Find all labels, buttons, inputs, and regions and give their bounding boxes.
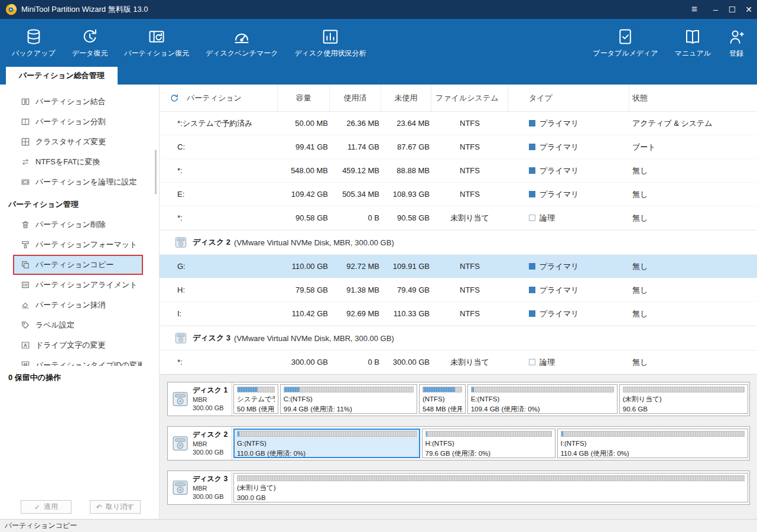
sidebar-item-align[interactable]: パーティションアライメント (13, 275, 143, 295)
usage-bar (561, 431, 745, 437)
sidebar-item-split[interactable]: パーティション分割 (13, 112, 143, 132)
column-header-label: タイプ (529, 93, 553, 103)
partition-table-header: パーティション 容量 使用済 未使用 ファイルシステム タイプ 状態 (160, 85, 757, 112)
title-bar: MiniTool Partition Wizard 無料版 13.0 ≡–☐✕ (0, 0, 757, 19)
toolbar-item-bootable-media[interactable]: ブータブルメディア (584, 19, 666, 67)
register-icon (727, 28, 745, 46)
backup-icon (25, 28, 43, 46)
disk-info-cell[interactable]: ディスク 3 MBR 300.00 GB (168, 471, 232, 504)
diskmap-partition-block[interactable]: C:(NTFS) 99.4 GB (使用済: 11%) (280, 384, 417, 414)
toolbar-item-register[interactable]: 登録 (719, 19, 753, 67)
app-window: MiniTool Partition Wizard 無料版 13.0 ≡–☐✕ … (0, 0, 757, 532)
column-header-type: タイプ (508, 85, 629, 111)
maximize-button[interactable]: ☐ (724, 0, 740, 19)
menu-icon: ≡ (691, 4, 697, 15)
table-row[interactable]: E: 109.42 GB 505.34 MB 108.93 GB NTFS プラ… (160, 183, 757, 206)
disk-info-cell[interactable]: ディスク 2 MBR 300.00 GB (168, 427, 232, 460)
toolbar-item-label: パーティション復元 (124, 48, 189, 59)
toolbar-item-partition-recovery[interactable]: パーティション復元 (116, 19, 197, 67)
disk-group-name: ディスク 3 (193, 333, 230, 343)
window-controls: ≡–☐✕ (686, 0, 757, 19)
table-row[interactable]: *: 548.00 MB 459.12 MB 88.88 MB NTFS プライ… (160, 159, 757, 183)
table-row[interactable]: *: 90.58 GB 0 B 90.58 GB 未割り当て 論理 無し (160, 206, 757, 230)
sidebar-item-label[interactable]: ラベル設定 (13, 315, 143, 335)
disk-group-info: (VMware Virtual NVMe Disk, MBR, 300.00 G… (234, 334, 394, 343)
sidebar-item-letter[interactable]: ドライブ文字の変更 (13, 335, 143, 355)
toolbar-item-manual[interactable]: マニュアル (667, 19, 719, 67)
capacity-value: 109.42 GB (291, 190, 328, 199)
toolbar-item-label: ディスクベンチマーク (206, 48, 278, 59)
column-header-cap: 容量 (278, 85, 330, 111)
sidebar-item-label: パーティション結合 (35, 96, 106, 107)
partition-label: (未割り当て) (237, 483, 745, 493)
refresh-icon[interactable] (170, 93, 179, 103)
apply-button[interactable]: ✓ 適用 (21, 500, 72, 514)
sidebar-scrollbar[interactable] (155, 150, 157, 194)
sidebar-item-delete[interactable]: パーティション削除 (13, 215, 143, 235)
partition-name: *:システムで予約済み (177, 118, 253, 129)
table-row[interactable]: H: 79.58 GB 91.38 MB 79.49 GB NTFS プライマリ… (160, 278, 757, 302)
table-row[interactable]: *:システムで予約済み 50.00 MB 26.36 MB 23.64 MB N… (160, 112, 757, 135)
disk-icon (171, 479, 189, 497)
toolbar-item-backup[interactable]: バックアップ (4, 19, 64, 67)
filesystem-value: 未割り当て (450, 213, 489, 223)
partition-type-square (529, 263, 535, 270)
disk-group-row[interactable]: ディスク 2 (VMware Virtual NVMe Disk, MBR, 3… (160, 230, 757, 255)
sidebar-item-logical[interactable]: パーティションを論理に設定 (13, 172, 143, 192)
toolbar-item-label: バックアップ (12, 48, 56, 59)
partition-size-label: 50 MB (使用: (237, 404, 275, 414)
filesystem-value: NTFS (460, 286, 480, 294)
sidebar-item-format[interactable]: パーティションフォーマット (13, 235, 143, 255)
letter-icon (21, 340, 30, 350)
diskmap-partition-block[interactable]: (NTFS) 548 MB (使用 (419, 384, 466, 414)
table-row[interactable]: C: 99.41 GB 11.74 GB 87.67 GB NTFS プライマリ… (160, 135, 757, 159)
sidebar-item-id[interactable]: パーティションタイプIDの変更 (13, 355, 143, 366)
disk-info-cell[interactable]: ディスク 1 MBR 300.00 GB (168, 382, 232, 416)
partition-type-square (529, 191, 535, 197)
unused-value: 108.93 GB (393, 190, 430, 199)
diskmap-partition-block[interactable]: I:(NTFS) 110.4 GB (使用済: 0%) (557, 429, 749, 458)
partition-label: G:(NTFS) (237, 439, 417, 449)
partition-label: E:(NTFS) (471, 394, 614, 404)
sidebar-item-label: パーティションフォーマット (35, 239, 137, 250)
filesystem-value: 未割り当て (450, 357, 489, 368)
toolbar-item-data-recovery[interactable]: データ復元 (64, 19, 116, 67)
tab-partition-management[interactable]: パーティション総合管理 (6, 67, 118, 85)
diskmap-partition-block[interactable]: (未割り当て) 90.6 GB (619, 384, 748, 414)
sidebar-item-cluster[interactable]: クラスタサイズ変更 (13, 132, 143, 152)
unused-value: 87.67 GB (397, 142, 430, 151)
status-value: ブート (632, 142, 656, 153)
toolbar-item-disk-analyzer[interactable]: ディスク使用状況分析 (286, 19, 374, 67)
diskmap-partition-block[interactable]: システムで予約 50 MB (使用: (233, 384, 278, 414)
diskmap-partition-block[interactable]: E:(NTFS) 109.4 GB (使用済: 0%) (467, 384, 618, 414)
used-value: 26.36 MB (346, 119, 379, 128)
sidebar-item-label: パーティションを論理に設定 (35, 177, 137, 187)
sidebar-item-wipe[interactable]: パーティション抹消 (13, 295, 143, 315)
sidebar-item-convert[interactable]: NTFSをFATに変換 (13, 152, 143, 172)
sidebar-buttons: ✓ 適用 ↶ 取り消す (21, 500, 141, 514)
menu-button[interactable]: ≡ (686, 0, 703, 19)
window-title: MiniTool Partition Wizard 無料版 13.0 (21, 4, 148, 15)
disk-group-row[interactable]: ディスク 3 (VMware Virtual NVMe Disk, MBR, 3… (160, 326, 757, 351)
minimize-button[interactable]: – (707, 0, 724, 19)
diskmap-partition-block[interactable]: G:(NTFS) 110.0 GB (使用済: 0%) (233, 429, 420, 458)
table-row[interactable]: G: 110.00 GB 92.72 MB 109.91 GB NTFS プライ… (160, 255, 757, 278)
toolbar-item-disk-benchmark[interactable]: ディスクベンチマーク (197, 19, 287, 67)
table-row[interactable]: I: 110.42 GB 92.69 MB 110.33 GB NTFS プライ… (160, 302, 757, 326)
toolbar-item-label: ディスク使用状況分析 (294, 48, 366, 59)
id-icon (21, 360, 30, 366)
main-toolbar: バックアップ データ復元 パーティション復元 ディスクベンチマーク ディスク使用… (0, 19, 757, 67)
sidebar: パーティション結合 パーティション分割 クラスタサイズ変更 NTFSをFATに変… (0, 85, 160, 519)
close-button[interactable]: ✕ (740, 0, 757, 19)
table-row[interactable]: *: 300.00 GB 0 B 300.00 GB 未割り当て 論理 無し (160, 351, 757, 374)
diskmap-partition-block[interactable]: H:(NTFS) 79.6 GB (使用済: 0%) (422, 429, 555, 458)
diskmap-partition-block[interactable]: (未割り当て) 300.0 GB (233, 473, 748, 502)
disk-group-name: ディスク 2 (193, 237, 230, 248)
sidebar-item-merge[interactable]: パーティション結合 (13, 92, 143, 112)
undo-button[interactable]: ↶ 取り消す (90, 500, 141, 514)
partition-size-label: 110.4 GB (使用済: 0%) (561, 449, 745, 458)
sidebar-item-label: パーティションタイプIDの変更 (35, 360, 143, 366)
merge-icon (21, 97, 30, 106)
capacity-value: 548.00 MB (291, 166, 328, 175)
sidebar-item-copy[interactable]: パーティションコピー (13, 255, 143, 275)
